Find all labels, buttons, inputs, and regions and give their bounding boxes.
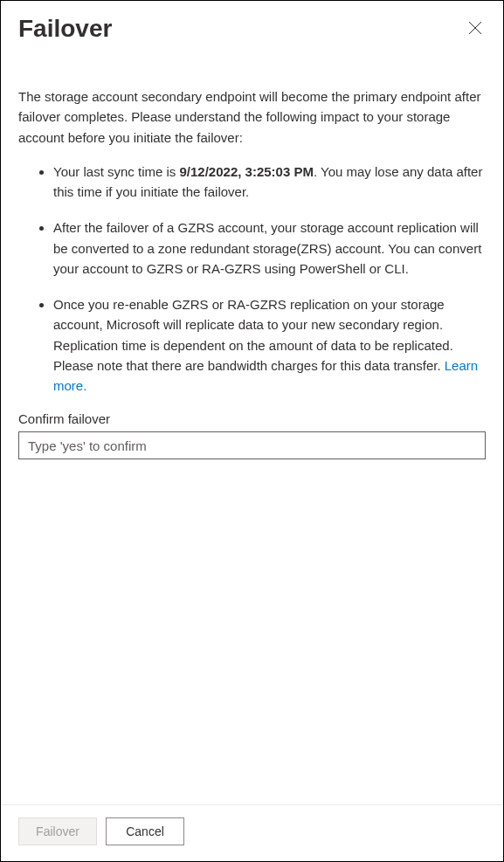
replication-text: Once you re-enable GZRS or RA-GZRS repli… [53, 297, 453, 373]
panel-footer: Failover Cancel [1, 804, 503, 861]
sync-time-value: 9/12/2022, 3:25:03 PM [180, 164, 314, 179]
list-item: After the failover of a GZRS account, yo… [53, 217, 486, 279]
panel-body: The storage account secondary endpoint w… [1, 43, 503, 804]
confirm-input[interactable] [18, 431, 486, 459]
failover-button[interactable]: Failover [18, 817, 97, 845]
impact-list: Your last sync time is 9/12/2022, 3:25:0… [18, 162, 486, 397]
panel-title: Failover [18, 15, 112, 43]
close-icon [468, 21, 482, 38]
close-button[interactable] [465, 17, 486, 41]
list-item: Your last sync time is 9/12/2022, 3:25:0… [53, 162, 486, 203]
list-item: Once you re-enable GZRS or RA-GZRS repli… [53, 294, 486, 396]
sync-time-prefix: Your last sync time is [53, 164, 180, 179]
cancel-button[interactable]: Cancel [106, 817, 184, 845]
panel-header: Failover [1, 1, 503, 43]
intro-text: The storage account secondary endpoint w… [18, 86, 486, 148]
confirm-label: Confirm failover [18, 411, 486, 426]
